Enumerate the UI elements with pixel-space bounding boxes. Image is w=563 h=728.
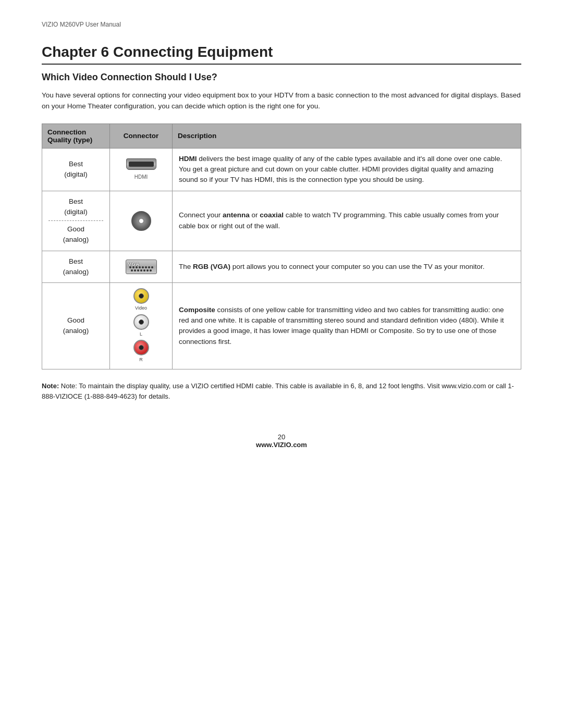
quality-cell-coax: Best (digital) Good (analog)	[42, 191, 110, 251]
section-title: Which Video Connection Should I Use?	[42, 72, 521, 83]
quality-analog2: (analog)	[63, 268, 89, 276]
composite-audio-l-inner	[139, 319, 144, 325]
quality-best-digital2: Best	[69, 198, 83, 205]
vga-dot	[131, 269, 133, 272]
footer-website: www.VIZIO.com	[42, 441, 521, 449]
hdmi-icon-wrap: HDMI	[116, 158, 166, 181]
connector-cell-composite: Video L R	[110, 283, 173, 369]
composite-audio-r-port	[133, 340, 149, 355]
connector-cell-vga: VGA	[110, 251, 173, 283]
page-header: VIZIO M260VP User Manual	[42, 21, 521, 28]
dashed-divider	[48, 220, 103, 221]
quality-digital2: (digital)	[64, 208, 87, 216]
hdmi-label: HDMI	[134, 173, 148, 181]
composite-video-inner	[139, 293, 144, 299]
vga-dot	[143, 269, 145, 272]
vga-port-icon: VGA	[126, 260, 157, 274]
composite-audio-r-inner	[139, 345, 144, 350]
vga-dot	[142, 266, 144, 268]
page-number: 20	[42, 433, 521, 441]
note-paragraph: Note: Note: To maintain the display qual…	[42, 381, 521, 402]
vga-label: VGA	[128, 261, 140, 268]
composite-audio-l-label: L	[140, 331, 142, 338]
composite-video-label: Video	[135, 305, 147, 312]
composite-audio-r-row: R	[133, 340, 149, 364]
coax-port-icon	[131, 211, 151, 231]
connector-cell-coax	[110, 191, 173, 251]
composite-video-row: Video	[133, 288, 149, 312]
manual-title: VIZIO M260VP User Manual	[42, 21, 121, 28]
composite-audio-l-row: L	[133, 314, 149, 338]
desc-cell-coax: Connect your antenna or coaxial cable to…	[173, 191, 521, 251]
connector-cell-hdmi: HDMI	[110, 148, 173, 191]
hdmi-port-icon	[126, 158, 156, 170]
composite-audio-l-port	[133, 314, 149, 330]
vga-dot	[145, 266, 147, 268]
vga-icon-wrap: VGA	[116, 260, 166, 274]
quality-good: Good	[67, 225, 84, 233]
header-description: Description	[173, 124, 521, 148]
coax-icon-wrap	[116, 211, 166, 231]
vga-dot	[140, 269, 142, 272]
quality-digital: (digital)	[64, 170, 87, 178]
vga-dot	[137, 269, 139, 272]
quality-best: Best	[69, 160, 83, 168]
table-row: Good (analog) Video L	[42, 283, 521, 369]
chapter-title: Chapter 6 Connecting Equipment	[42, 44, 521, 65]
vga-dot	[150, 269, 152, 272]
quality-analog: (analog)	[63, 236, 89, 243]
composite-video-port	[133, 288, 149, 304]
vga-dot	[148, 266, 150, 268]
desc-cell-composite: Composite consists of one yellow cable f…	[173, 283, 521, 369]
quality-good2: Good	[67, 316, 84, 324]
composite-audio-r-label: R	[139, 356, 143, 364]
quality-cell-hdmi: Best (digital)	[42, 148, 110, 191]
note-text: Note: To maintain the display quality, u…	[42, 382, 514, 400]
table-row: Best (digital) HDMI HDMI delivers the be…	[42, 148, 521, 191]
table-row: Best (digital) Good (analog) Connect you…	[42, 191, 521, 251]
coax-inner-circle	[139, 218, 144, 224]
quality-cell-vga: Best (analog)	[42, 251, 110, 283]
quality-analog3: (analog)	[63, 327, 89, 335]
desc-cell-vga: The RGB (VGA) port allows you to connect…	[173, 251, 521, 283]
composite-icon-wrap: Video L R	[116, 288, 166, 364]
vga-dot	[134, 269, 136, 272]
header-quality: Connection Quality (type)	[42, 124, 110, 148]
page-footer: 20 www.VIZIO.com	[42, 433, 521, 449]
connection-table: Connection Quality (type) Connector Desc…	[42, 124, 521, 369]
desc-cell-hdmi: HDMI delivers the best image quality of …	[173, 148, 521, 191]
intro-paragraph: You have several options for connecting …	[42, 90, 521, 112]
vga-dot	[151, 266, 153, 268]
vga-dot	[146, 269, 149, 272]
quality-best-analog: Best	[69, 257, 83, 265]
table-row: Best (analog) VGA	[42, 251, 521, 283]
quality-cell-composite: Good (analog)	[42, 283, 110, 369]
header-connector: Connector	[110, 124, 173, 148]
